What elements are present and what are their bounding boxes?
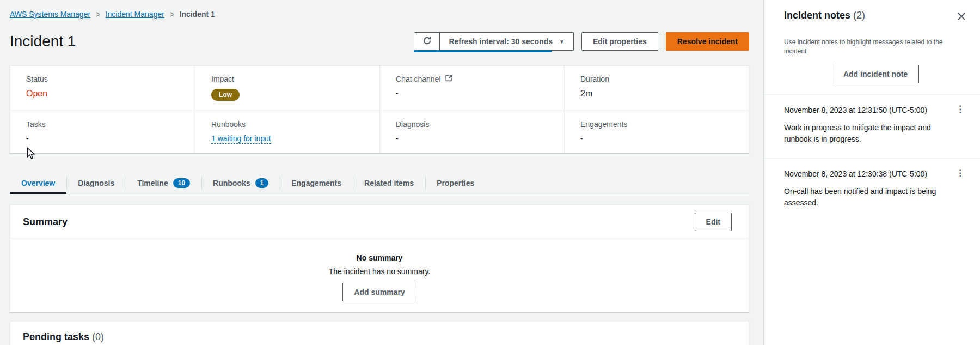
tab-overview-label: Overview (21, 179, 55, 187)
incident-status-panel: Status Open Impact Low Chat channel (10, 65, 749, 153)
engagements-field: Engagements - (564, 111, 749, 153)
breadcrumb-current-page: Incident 1 (179, 10, 215, 19)
note-text: Work in progress to mitigate the impact … (784, 122, 959, 145)
close-icon (957, 14, 966, 22)
external-link-icon (445, 75, 452, 83)
refresh-countdown-progress (414, 50, 551, 52)
summary-header: Summary Edit (10, 205, 749, 239)
breadcrumb-chevron-icon: > (170, 9, 174, 19)
summary-empty-state: No summary The incident has no summary. … (10, 239, 749, 312)
status-row-1: Status Open Impact Low Chat channel (10, 66, 749, 111)
chevron-down-icon: ▼ (559, 39, 565, 45)
refresh-interval-dropdown[interactable]: Refresh interval: 30 seconds ▼ (440, 32, 574, 51)
diagnosis-value: - (396, 134, 559, 143)
page-title: Incident 1 (10, 33, 76, 50)
breadcrumb-chevron-icon: > (96, 9, 100, 19)
refresh-icon (422, 36, 432, 47)
tab-overview[interactable]: Overview (10, 173, 66, 193)
note-actions-kebab-icon[interactable]: ⋮ (953, 106, 967, 113)
refresh-button[interactable] (414, 32, 440, 51)
engagements-label: Engagements (580, 120, 743, 129)
diagnosis-field: Diagnosis - (379, 111, 564, 153)
incident-notes-panel: Incident notes (2) Use incident notes to… (763, 0, 980, 345)
edit-summary-button[interactable]: Edit (695, 213, 732, 231)
notes-panel-description: Use incident notes to highlight messages… (784, 38, 957, 56)
tab-diagnosis-label: Diagnosis (78, 179, 114, 187)
refresh-control-group: Refresh interval: 30 seconds ▼ (414, 32, 574, 51)
tab-bar: Overview Diagnosis Timeline 10 Runbooks … (10, 173, 749, 193)
page-header: Incident 1 Refresh interval: 30 seconds (10, 29, 749, 53)
runbooks-count-badge: 1 (255, 178, 269, 188)
summary-title: Summary (23, 216, 68, 228)
chat-channel-label: Chat channel (396, 75, 441, 83)
breadcrumb-aws-systems-manager[interactable]: AWS Systems Manager (10, 10, 90, 19)
status-row-2: Tasks - Runbooks 1 waiting for input Dia… (10, 111, 749, 153)
tab-diagnosis[interactable]: Diagnosis (66, 173, 126, 193)
runbooks-label: Runbooks (211, 120, 374, 129)
tab-timeline[interactable]: Timeline 10 (126, 173, 201, 193)
note-timestamp: November 8, 2023 at 12:31:50 (UTC-5:00) (784, 106, 927, 114)
header-actions: Refresh interval: 30 seconds ▼ Edit prop… (414, 32, 749, 51)
tab-timeline-label: Timeline (137, 179, 168, 187)
pending-tasks-section: Pending tasks (0) (10, 321, 749, 345)
impact-field: Impact Low (195, 66, 379, 111)
note-actions-kebab-icon[interactable]: ⋮ (953, 170, 967, 177)
duration-value: 2m (580, 89, 743, 99)
notes-count: (2) (853, 10, 865, 21)
tab-engagements-label: Engagements (291, 179, 341, 187)
incident-note-item: November 8, 2023 at 12:31:50 (UTC-5:00) … (784, 95, 967, 158)
resolve-incident-button[interactable]: Resolve incident (666, 32, 749, 51)
main-content-area: AWS Systems Manager > Incident Manager >… (0, 0, 762, 345)
breadcrumb: AWS Systems Manager > Incident Manager >… (10, 0, 749, 19)
pending-tasks-count: (0) (92, 331, 104, 342)
tab-runbooks[interactable]: Runbooks 1 (201, 173, 280, 193)
add-summary-button[interactable]: Add summary (342, 283, 416, 301)
status-value: Open (26, 89, 189, 99)
tab-engagements[interactable]: Engagements (280, 173, 353, 193)
chat-channel-value: - (396, 89, 559, 98)
diagnosis-label: Diagnosis (396, 120, 559, 129)
pending-tasks-title: Pending tasks (0) (23, 331, 736, 343)
tab-properties[interactable]: Properties (425, 173, 486, 193)
summary-section: Summary Edit No summary The incident has… (10, 204, 749, 312)
duration-field: Duration 2m (564, 66, 749, 111)
add-incident-note-button[interactable]: Add incident note (832, 65, 919, 83)
note-timestamp: November 8, 2023 at 12:30:38 (UTC-5:00) (784, 170, 927, 178)
timeline-count-badge: 10 (173, 178, 190, 188)
tab-related-items[interactable]: Related items (353, 173, 425, 193)
chat-channel-field: Chat channel - (379, 66, 564, 111)
engagements-value: - (580, 134, 743, 143)
breadcrumb-incident-manager[interactable]: Incident Manager (106, 10, 164, 19)
tasks-field: Tasks - (10, 111, 195, 153)
no-summary-message: The incident has no summary. (10, 267, 749, 276)
edit-properties-button[interactable]: Edit properties (581, 32, 658, 51)
status-label: Status (26, 75, 189, 83)
impact-low-badge: Low (211, 89, 240, 101)
duration-label: Duration (580, 75, 743, 83)
tab-runbooks-label: Runbooks (213, 179, 250, 187)
runbooks-field: Runbooks 1 waiting for input (195, 111, 379, 153)
impact-label: Impact (211, 75, 374, 83)
close-panel-button[interactable] (956, 11, 967, 23)
refresh-interval-label: Refresh interval: 30 seconds (449, 37, 553, 46)
tab-properties-label: Properties (437, 179, 474, 187)
tasks-value: - (26, 134, 189, 143)
status-field: Status Open (10, 66, 195, 111)
notes-panel-header: Incident notes (2) (784, 10, 967, 23)
incident-note-item: November 8, 2023 at 12:30:38 (UTC-5:00) … (784, 159, 967, 222)
tasks-label: Tasks (26, 120, 189, 129)
notes-panel-title-text: Incident notes (784, 10, 850, 21)
no-summary-title: No summary (10, 253, 749, 262)
pending-tasks-title-text: Pending tasks (23, 331, 89, 342)
note-text: On-call has been notified and impact is … (784, 186, 959, 209)
runbooks-waiting-link[interactable]: 1 waiting for input (211, 134, 271, 144)
notes-panel-title: Incident notes (2) (784, 10, 865, 21)
tab-related-items-label: Related items (364, 179, 414, 187)
